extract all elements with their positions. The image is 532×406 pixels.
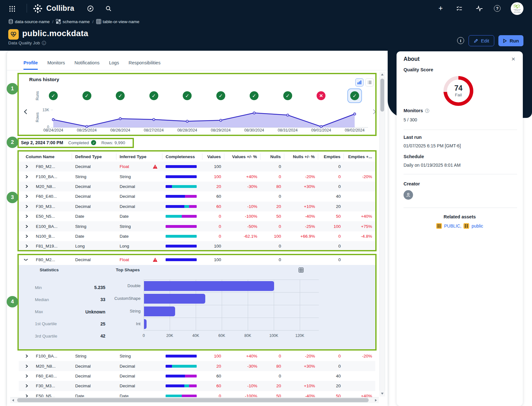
table-row[interactable]: N100_B...DateDate0-62.1%100+66.9%0-4.8%	[19, 231, 375, 241]
table-row[interactable]: E50_N5...DateDate0-100%50-40%50+40%	[19, 391, 375, 397]
column-header-10[interactable]: Empties +...	[344, 153, 375, 160]
about-close-icon[interactable]: ×	[511, 55, 515, 63]
column-header-2[interactable]: Defined Type	[72, 153, 116, 160]
run-success-icon[interactable]: ✓	[183, 91, 192, 100]
rows-data-point[interactable]	[220, 119, 222, 121]
breadcrumb-item-data-source-name[interactable]: data-source-name	[8, 19, 50, 24]
column-header-8[interactable]: Nulls +/- %	[284, 153, 318, 160]
creator-avatar[interactable]	[404, 190, 413, 200]
table-row[interactable]: F60_E40...DecimalDecimal60040	[19, 191, 375, 201]
activity-pulse-icon[interactable]	[476, 5, 483, 12]
user-avatar[interactable]: Collibra Data Quality & Observability	[511, 2, 523, 15]
shapes-bar[interactable]	[144, 281, 274, 291]
shapes-bar[interactable]	[144, 294, 205, 304]
explore-compass-icon[interactable]	[87, 5, 94, 12]
tab-responsibilities[interactable]: Responsibilities	[128, 60, 161, 70]
monitors-info-icon[interactable]: i	[425, 109, 429, 113]
tab-monitors[interactable]: Monitors	[47, 60, 65, 70]
search-icon[interactable]	[105, 5, 112, 12]
help-icon[interactable]: ?	[494, 5, 501, 12]
row-expander-icon[interactable]	[24, 205, 28, 208]
column-header-4[interactable]: Completeness	[162, 153, 202, 160]
runs-next-icon[interactable]	[372, 110, 375, 113]
column-header-1[interactable]: Column Name	[23, 153, 72, 160]
rows-data-point[interactable]	[86, 125, 88, 127]
row-expander-icon[interactable]	[24, 395, 28, 397]
rows-data-point[interactable]	[153, 118, 155, 120]
table-row[interactable]: F81_M19...LongLong10000	[19, 241, 375, 251]
run-success-icon[interactable]: ✓	[82, 91, 91, 100]
horizontal-scroll-thumb[interactable]	[17, 398, 369, 402]
tab-profile[interactable]: Profile	[23, 60, 38, 70]
asset-info-icon[interactable]: i	[457, 37, 464, 44]
run-success-icon[interactable]: ✓	[283, 91, 292, 100]
shapes-bar[interactable]	[144, 306, 175, 316]
table-row[interactable]: F80_M2...DecimalFloat10000	[19, 162, 375, 171]
subtitle-info-icon[interactable]: i	[42, 41, 46, 45]
rows-data-point[interactable]	[353, 113, 356, 115]
run-success-icon[interactable]: ✓	[216, 91, 225, 100]
rows-data-point[interactable]	[186, 120, 188, 122]
row-expander-icon[interactable]	[24, 375, 28, 377]
create-plus-icon[interactable]: +	[437, 4, 444, 12]
row-expander-icon[interactable]	[24, 245, 28, 248]
scroll-left-arrow[interactable]	[10, 397, 16, 403]
tab-logs[interactable]: Logs	[109, 60, 119, 70]
run-success-icon[interactable]: ✓	[49, 91, 58, 100]
table-row[interactable]: F30_M3...DecimalDecimal60-10%20+10%20	[19, 202, 375, 211]
rows-data-point[interactable]	[253, 112, 255, 114]
row-expander-icon[interactable]	[24, 165, 28, 168]
row-expander-icon[interactable]	[24, 175, 28, 178]
row-expander-icon[interactable]	[24, 195, 28, 198]
row-expander-icon[interactable]	[24, 384, 28, 387]
shapes-bar[interactable]	[144, 319, 147, 329]
scroll-down-arrow[interactable]	[379, 391, 385, 396]
column-header-5[interactable]: Values	[202, 153, 224, 160]
column-header-7[interactable]: Nulls	[260, 153, 284, 160]
table-row[interactable]: E50_N5...DateDate0-100%50-40%50+40%	[19, 211, 375, 221]
vertical-scrollbar[interactable]	[379, 72, 385, 396]
breadcrumb-item-schema-name[interactable]: schema-name	[56, 19, 90, 24]
run-success-icon[interactable]: ✓	[350, 91, 359, 100]
row-expander-icon[interactable]	[24, 215, 28, 218]
breadcrumb-item-table-or-view-name[interactable]: table-or-view-name	[96, 19, 140, 24]
row-expander-icon[interactable]	[24, 365, 28, 368]
table-row[interactable]: F80_M2...DecimalFloat10000	[19, 255, 375, 265]
run-success-icon[interactable]: ✓	[149, 91, 158, 100]
chart-view-toggle[interactable]	[355, 78, 364, 87]
table-row[interactable]: M20_N8...DecimalDecimal20-30%80+30%0	[19, 182, 375, 191]
table-row[interactable]: F100_BA...StringString100+40%0-20%0-20%	[19, 171, 375, 181]
column-header-6[interactable]: Values +/- %	[224, 153, 260, 160]
list-view-toggle[interactable]	[365, 78, 374, 87]
rows-data-point[interactable]	[119, 118, 122, 120]
column-header-9[interactable]: Empties	[318, 153, 344, 160]
run-button[interactable]: Run	[498, 35, 523, 46]
column-header-3[interactable]: Inferred Type	[116, 153, 162, 160]
rows-data-point[interactable]	[286, 114, 289, 116]
table-row[interactable]: F60_E40...DecimalDecimal60040	[19, 371, 375, 381]
related-asset-link[interactable]: PUBLIC,	[444, 223, 461, 229]
run-success-icon[interactable]: ✓	[116, 91, 125, 100]
row-expander-icon[interactable]	[24, 225, 28, 228]
table-row[interactable]: M20_N8...DecimalDecimal20-30%80+30%0	[19, 361, 375, 371]
row-expander-icon[interactable]	[24, 185, 28, 188]
app-switcher-icon[interactable]	[10, 6, 15, 12]
scroll-up-arrow[interactable]	[379, 72, 385, 77]
collibra-logo-icon[interactable]	[32, 3, 43, 14]
related-asset-link[interactable]: public	[471, 223, 483, 229]
row-expander-icon[interactable]	[24, 235, 28, 238]
row-expander-icon[interactable]	[24, 259, 28, 261]
row-expander-icon[interactable]	[24, 355, 28, 358]
vertical-scroll-thumb[interactable]	[380, 79, 384, 112]
shapes-table-view-icon[interactable]	[299, 267, 304, 274]
table-row[interactable]: F100_BA...StringString100+40%0-20%0-20%	[19, 351, 375, 361]
table-row[interactable]: F30_M3...DecimalDecimal60-10%20+10%20	[19, 381, 375, 391]
rows-data-point[interactable]	[320, 126, 322, 128]
scroll-right-arrow[interactable]	[373, 397, 379, 403]
edit-button[interactable]: Edit	[469, 35, 494, 46]
runs-prev-icon[interactable]	[25, 110, 28, 113]
rows-data-point[interactable]	[52, 119, 54, 121]
tab-notifications[interactable]: Notifications	[75, 60, 100, 70]
table-row[interactable]: E100_BA...StringString0-50%0-25%100+75%	[19, 221, 375, 231]
tasks-checklist-icon[interactable]	[456, 5, 463, 12]
